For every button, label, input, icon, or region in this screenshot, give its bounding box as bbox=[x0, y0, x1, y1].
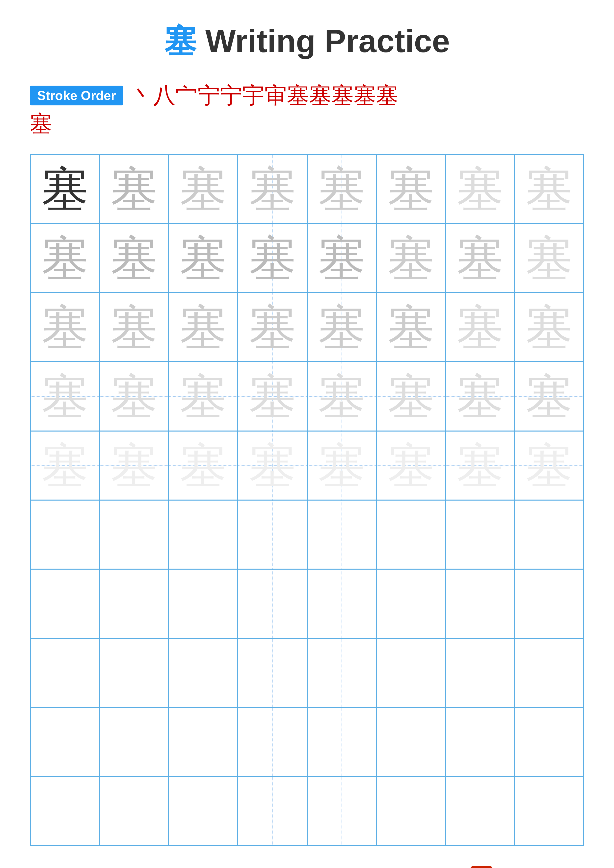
grid-cell[interactable]: 塞 bbox=[169, 293, 238, 362]
grid-cell[interactable]: 塞 bbox=[99, 154, 168, 223]
grid-cell[interactable]: 塞 bbox=[30, 223, 99, 293]
grid-cell[interactable]: 塞 bbox=[445, 154, 515, 223]
grid-cell[interactable] bbox=[515, 777, 584, 845]
grid-cell[interactable] bbox=[99, 569, 168, 638]
grid-cell[interactable]: 塞 bbox=[238, 362, 307, 431]
grid-cell[interactable] bbox=[99, 777, 168, 845]
grid-cell[interactable]: 塞 bbox=[30, 293, 99, 362]
grid-cell[interactable] bbox=[445, 639, 515, 707]
grid-cell[interactable]: 塞 bbox=[515, 362, 584, 431]
practice-char: 塞 bbox=[387, 373, 434, 420]
practice-char: 塞 bbox=[318, 166, 365, 212]
grid-cell[interactable] bbox=[307, 500, 376, 569]
practice-char: 塞 bbox=[41, 373, 89, 420]
grid-cell[interactable]: 塞 bbox=[99, 293, 168, 362]
grid-cell[interactable]: 塞 bbox=[307, 362, 376, 431]
grid-cell[interactable] bbox=[30, 500, 99, 569]
practice-char: 塞 bbox=[249, 442, 296, 489]
grid-cell[interactable] bbox=[169, 500, 238, 569]
grid-cell[interactable] bbox=[169, 777, 238, 845]
grid-cell[interactable]: 塞 bbox=[307, 293, 376, 362]
grid-cell[interactable] bbox=[445, 707, 515, 777]
practice-grid: 塞塞塞塞塞塞塞塞塞塞塞塞塞塞塞塞塞塞塞塞塞塞塞塞塞塞塞塞塞塞塞塞塞塞塞塞塞塞塞塞 bbox=[30, 154, 584, 846]
grid-cell[interactable]: 塞 bbox=[169, 362, 238, 431]
grid-cell[interactable] bbox=[515, 707, 584, 777]
grid-cell[interactable]: 塞 bbox=[515, 223, 584, 293]
grid-cell[interactable]: 塞 bbox=[445, 223, 515, 293]
grid-cell[interactable]: 塞 bbox=[99, 362, 168, 431]
grid-cell[interactable]: 塞 bbox=[307, 154, 376, 223]
grid-cell[interactable] bbox=[169, 707, 238, 777]
grid-cell[interactable] bbox=[238, 639, 307, 707]
stroke-final: 塞 bbox=[30, 112, 52, 136]
grid-cell[interactable]: 塞 bbox=[30, 154, 99, 223]
grid-cell[interactable]: 塞 bbox=[376, 223, 445, 293]
stroke-step-12: 塞 bbox=[376, 83, 398, 108]
grid-cell[interactable]: 塞 bbox=[238, 223, 307, 293]
grid-cell[interactable] bbox=[376, 777, 445, 845]
stroke-step-2: 八 bbox=[153, 83, 176, 108]
grid-row: 塞塞塞塞塞塞塞塞 bbox=[30, 431, 584, 500]
stroke-step-5: 宁 bbox=[220, 83, 242, 108]
grid-cell[interactable]: 塞 bbox=[99, 431, 168, 500]
stroke-step-8: 塞 bbox=[287, 83, 309, 108]
grid-cell[interactable] bbox=[30, 777, 99, 845]
grid-cell[interactable]: 塞 bbox=[307, 223, 376, 293]
grid-cell[interactable]: 塞 bbox=[30, 431, 99, 500]
practice-char: 塞 bbox=[249, 234, 296, 282]
grid-cell[interactable]: 塞 bbox=[445, 431, 515, 500]
grid-row bbox=[30, 569, 584, 638]
grid-cell[interactable]: 塞 bbox=[376, 431, 445, 500]
grid-cell[interactable]: 塞 bbox=[169, 154, 238, 223]
grid-cell[interactable] bbox=[99, 500, 168, 569]
grid-cell[interactable] bbox=[238, 569, 307, 638]
grid-cell[interactable] bbox=[515, 569, 584, 638]
grid-cell[interactable] bbox=[307, 569, 376, 638]
grid-cell[interactable] bbox=[445, 777, 515, 845]
practice-char: 塞 bbox=[387, 442, 434, 489]
grid-cell[interactable] bbox=[238, 500, 307, 569]
grid-cell[interactable] bbox=[30, 569, 99, 638]
grid-cell[interactable] bbox=[169, 639, 238, 707]
grid-cell[interactable]: 塞 bbox=[238, 431, 307, 500]
grid-cell[interactable]: 塞 bbox=[376, 154, 445, 223]
grid-cell[interactable]: 塞 bbox=[307, 431, 376, 500]
practice-char: 塞 bbox=[525, 234, 573, 282]
grid-cell[interactable]: 塞 bbox=[238, 293, 307, 362]
grid-cell[interactable]: 塞 bbox=[515, 154, 584, 223]
grid-cell[interactable]: 塞 bbox=[376, 362, 445, 431]
grid-cell[interactable] bbox=[30, 707, 99, 777]
grid-cell[interactable] bbox=[99, 639, 168, 707]
grid-cell[interactable] bbox=[376, 707, 445, 777]
grid-cell[interactable]: 塞 bbox=[30, 362, 99, 431]
grid-cell[interactable] bbox=[99, 707, 168, 777]
grid-cell[interactable] bbox=[376, 569, 445, 638]
grid-cell[interactable] bbox=[307, 639, 376, 707]
stroke-order-section: Stroke Order 丶 八 宀 宁 宁 宇 审 塞 塞 塞 塞 塞 塞 bbox=[30, 83, 584, 139]
practice-char: 塞 bbox=[41, 234, 89, 282]
grid-cell[interactable] bbox=[445, 569, 515, 638]
grid-cell[interactable]: 塞 bbox=[515, 431, 584, 500]
grid-cell[interactable] bbox=[238, 707, 307, 777]
grid-cell[interactable]: 塞 bbox=[169, 223, 238, 293]
practice-char: 塞 bbox=[525, 166, 573, 212]
grid-cell[interactable] bbox=[445, 500, 515, 569]
grid-cell[interactable] bbox=[515, 639, 584, 707]
grid-cell[interactable]: 塞 bbox=[99, 223, 168, 293]
footer-logo: 字 StrokeOrder bbox=[470, 866, 584, 868]
grid-cell[interactable] bbox=[376, 500, 445, 569]
grid-cell[interactable]: 塞 bbox=[445, 362, 515, 431]
grid-cell[interactable] bbox=[515, 500, 584, 569]
grid-cell[interactable]: 塞 bbox=[445, 293, 515, 362]
grid-cell[interactable]: 塞 bbox=[515, 293, 584, 362]
grid-cell[interactable]: 塞 bbox=[376, 293, 445, 362]
grid-cell[interactable]: 塞 bbox=[169, 431, 238, 500]
grid-cell[interactable] bbox=[238, 777, 307, 845]
grid-cell[interactable] bbox=[169, 569, 238, 638]
grid-cell[interactable] bbox=[307, 777, 376, 845]
grid-cell[interactable]: 塞 bbox=[238, 154, 307, 223]
practice-char: 塞 bbox=[110, 234, 157, 282]
grid-cell[interactable] bbox=[30, 639, 99, 707]
grid-cell[interactable] bbox=[307, 707, 376, 777]
grid-cell[interactable] bbox=[376, 639, 445, 707]
